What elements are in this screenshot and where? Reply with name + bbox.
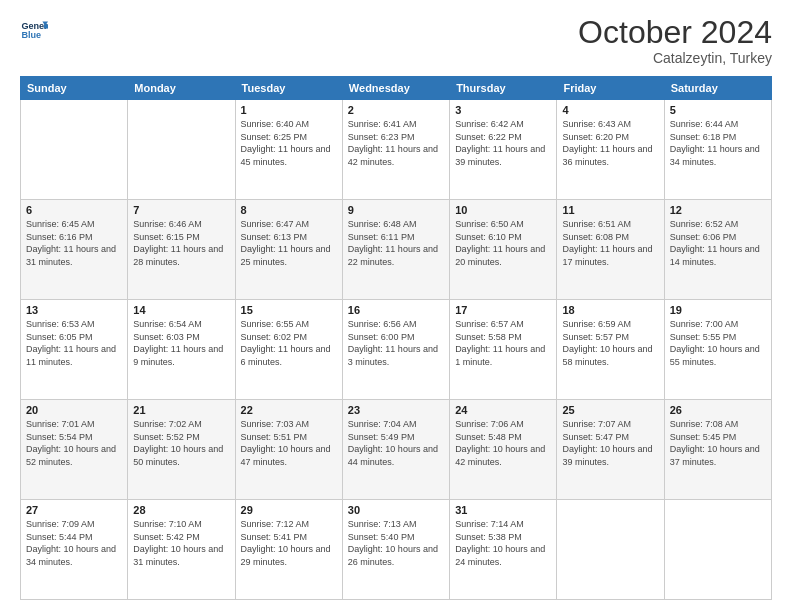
svg-marker-3 bbox=[44, 24, 48, 28]
day-info: Sunrise: 6:41 AM Sunset: 6:23 PM Dayligh… bbox=[348, 118, 444, 168]
weekday-header-row: SundayMondayTuesdayWednesdayThursdayFrid… bbox=[21, 77, 772, 100]
day-number: 28 bbox=[133, 504, 229, 516]
calendar-cell: 30Sunrise: 7:13 AM Sunset: 5:40 PM Dayli… bbox=[342, 500, 449, 600]
calendar-cell: 28Sunrise: 7:10 AM Sunset: 5:42 PM Dayli… bbox=[128, 500, 235, 600]
day-number: 30 bbox=[348, 504, 444, 516]
day-number: 2 bbox=[348, 104, 444, 116]
calendar-cell: 5Sunrise: 6:44 AM Sunset: 6:18 PM Daylig… bbox=[664, 100, 771, 200]
calendar-cell: 25Sunrise: 7:07 AM Sunset: 5:47 PM Dayli… bbox=[557, 400, 664, 500]
calendar-cell: 3Sunrise: 6:42 AM Sunset: 6:22 PM Daylig… bbox=[450, 100, 557, 200]
calendar-cell: 10Sunrise: 6:50 AM Sunset: 6:10 PM Dayli… bbox=[450, 200, 557, 300]
weekday-header-thursday: Thursday bbox=[450, 77, 557, 100]
day-number: 26 bbox=[670, 404, 766, 416]
day-number: 15 bbox=[241, 304, 337, 316]
day-info: Sunrise: 6:57 AM Sunset: 5:58 PM Dayligh… bbox=[455, 318, 551, 368]
day-number: 22 bbox=[241, 404, 337, 416]
day-info: Sunrise: 7:10 AM Sunset: 5:42 PM Dayligh… bbox=[133, 518, 229, 568]
calendar-cell: 23Sunrise: 7:04 AM Sunset: 5:49 PM Dayli… bbox=[342, 400, 449, 500]
page: General Blue October 2024 Catalzeytin, T… bbox=[0, 0, 792, 612]
day-info: Sunrise: 6:46 AM Sunset: 6:15 PM Dayligh… bbox=[133, 218, 229, 268]
day-number: 19 bbox=[670, 304, 766, 316]
calendar-cell: 19Sunrise: 7:00 AM Sunset: 5:55 PM Dayli… bbox=[664, 300, 771, 400]
title-block: October 2024 Catalzeytin, Turkey bbox=[578, 16, 772, 66]
day-info: Sunrise: 7:00 AM Sunset: 5:55 PM Dayligh… bbox=[670, 318, 766, 368]
day-info: Sunrise: 7:08 AM Sunset: 5:45 PM Dayligh… bbox=[670, 418, 766, 468]
calendar-cell: 11Sunrise: 6:51 AM Sunset: 6:08 PM Dayli… bbox=[557, 200, 664, 300]
calendar-cell: 17Sunrise: 6:57 AM Sunset: 5:58 PM Dayli… bbox=[450, 300, 557, 400]
day-info: Sunrise: 6:56 AM Sunset: 6:00 PM Dayligh… bbox=[348, 318, 444, 368]
calendar-cell: 1Sunrise: 6:40 AM Sunset: 6:25 PM Daylig… bbox=[235, 100, 342, 200]
day-info: Sunrise: 6:51 AM Sunset: 6:08 PM Dayligh… bbox=[562, 218, 658, 268]
calendar-cell: 7Sunrise: 6:46 AM Sunset: 6:15 PM Daylig… bbox=[128, 200, 235, 300]
day-number: 31 bbox=[455, 504, 551, 516]
header: General Blue October 2024 Catalzeytin, T… bbox=[20, 16, 772, 66]
day-info: Sunrise: 7:12 AM Sunset: 5:41 PM Dayligh… bbox=[241, 518, 337, 568]
calendar-cell: 22Sunrise: 7:03 AM Sunset: 5:51 PM Dayli… bbox=[235, 400, 342, 500]
day-number: 24 bbox=[455, 404, 551, 416]
day-number: 18 bbox=[562, 304, 658, 316]
calendar-cell: 21Sunrise: 7:02 AM Sunset: 5:52 PM Dayli… bbox=[128, 400, 235, 500]
weekday-header-saturday: Saturday bbox=[664, 77, 771, 100]
day-number: 27 bbox=[26, 504, 122, 516]
calendar-cell: 8Sunrise: 6:47 AM Sunset: 6:13 PM Daylig… bbox=[235, 200, 342, 300]
day-info: Sunrise: 6:45 AM Sunset: 6:16 PM Dayligh… bbox=[26, 218, 122, 268]
day-info: Sunrise: 7:07 AM Sunset: 5:47 PM Dayligh… bbox=[562, 418, 658, 468]
calendar-cell: 31Sunrise: 7:14 AM Sunset: 5:38 PM Dayli… bbox=[450, 500, 557, 600]
day-number: 13 bbox=[26, 304, 122, 316]
calendar-cell: 14Sunrise: 6:54 AM Sunset: 6:03 PM Dayli… bbox=[128, 300, 235, 400]
day-number: 11 bbox=[562, 204, 658, 216]
day-number: 16 bbox=[348, 304, 444, 316]
calendar-cell bbox=[664, 500, 771, 600]
day-number: 10 bbox=[455, 204, 551, 216]
location-subtitle: Catalzeytin, Turkey bbox=[578, 50, 772, 66]
day-info: Sunrise: 7:03 AM Sunset: 5:51 PM Dayligh… bbox=[241, 418, 337, 468]
day-number: 7 bbox=[133, 204, 229, 216]
day-number: 21 bbox=[133, 404, 229, 416]
calendar-cell: 2Sunrise: 6:41 AM Sunset: 6:23 PM Daylig… bbox=[342, 100, 449, 200]
day-number: 12 bbox=[670, 204, 766, 216]
day-number: 8 bbox=[241, 204, 337, 216]
day-number: 4 bbox=[562, 104, 658, 116]
day-info: Sunrise: 6:54 AM Sunset: 6:03 PM Dayligh… bbox=[133, 318, 229, 368]
day-info: Sunrise: 6:40 AM Sunset: 6:25 PM Dayligh… bbox=[241, 118, 337, 168]
day-info: Sunrise: 6:55 AM Sunset: 6:02 PM Dayligh… bbox=[241, 318, 337, 368]
calendar-cell bbox=[128, 100, 235, 200]
day-number: 6 bbox=[26, 204, 122, 216]
day-info: Sunrise: 6:42 AM Sunset: 6:22 PM Dayligh… bbox=[455, 118, 551, 168]
week-row-5: 27Sunrise: 7:09 AM Sunset: 5:44 PM Dayli… bbox=[21, 500, 772, 600]
logo: General Blue bbox=[20, 16, 48, 44]
day-info: Sunrise: 7:06 AM Sunset: 5:48 PM Dayligh… bbox=[455, 418, 551, 468]
week-row-3: 13Sunrise: 6:53 AM Sunset: 6:05 PM Dayli… bbox=[21, 300, 772, 400]
day-number: 14 bbox=[133, 304, 229, 316]
month-title: October 2024 bbox=[578, 16, 772, 48]
day-info: Sunrise: 7:14 AM Sunset: 5:38 PM Dayligh… bbox=[455, 518, 551, 568]
day-number: 3 bbox=[455, 104, 551, 116]
calendar-cell: 15Sunrise: 6:55 AM Sunset: 6:02 PM Dayli… bbox=[235, 300, 342, 400]
day-info: Sunrise: 6:47 AM Sunset: 6:13 PM Dayligh… bbox=[241, 218, 337, 268]
day-info: Sunrise: 6:59 AM Sunset: 5:57 PM Dayligh… bbox=[562, 318, 658, 368]
calendar-cell: 26Sunrise: 7:08 AM Sunset: 5:45 PM Dayli… bbox=[664, 400, 771, 500]
day-info: Sunrise: 6:44 AM Sunset: 6:18 PM Dayligh… bbox=[670, 118, 766, 168]
calendar-cell: 12Sunrise: 6:52 AM Sunset: 6:06 PM Dayli… bbox=[664, 200, 771, 300]
calendar-cell bbox=[557, 500, 664, 600]
day-number: 1 bbox=[241, 104, 337, 116]
week-row-1: 1Sunrise: 6:40 AM Sunset: 6:25 PM Daylig… bbox=[21, 100, 772, 200]
day-info: Sunrise: 6:48 AM Sunset: 6:11 PM Dayligh… bbox=[348, 218, 444, 268]
weekday-header-monday: Monday bbox=[128, 77, 235, 100]
day-number: 5 bbox=[670, 104, 766, 116]
week-row-4: 20Sunrise: 7:01 AM Sunset: 5:54 PM Dayli… bbox=[21, 400, 772, 500]
day-info: Sunrise: 7:13 AM Sunset: 5:40 PM Dayligh… bbox=[348, 518, 444, 568]
weekday-header-sunday: Sunday bbox=[21, 77, 128, 100]
day-info: Sunrise: 6:50 AM Sunset: 6:10 PM Dayligh… bbox=[455, 218, 551, 268]
week-row-2: 6Sunrise: 6:45 AM Sunset: 6:16 PM Daylig… bbox=[21, 200, 772, 300]
day-number: 17 bbox=[455, 304, 551, 316]
calendar-cell: 29Sunrise: 7:12 AM Sunset: 5:41 PM Dayli… bbox=[235, 500, 342, 600]
calendar-table: SundayMondayTuesdayWednesdayThursdayFrid… bbox=[20, 76, 772, 600]
calendar-cell: 4Sunrise: 6:43 AM Sunset: 6:20 PM Daylig… bbox=[557, 100, 664, 200]
calendar-cell: 24Sunrise: 7:06 AM Sunset: 5:48 PM Dayli… bbox=[450, 400, 557, 500]
day-info: Sunrise: 6:53 AM Sunset: 6:05 PM Dayligh… bbox=[26, 318, 122, 368]
svg-text:Blue: Blue bbox=[21, 30, 41, 40]
weekday-header-tuesday: Tuesday bbox=[235, 77, 342, 100]
day-number: 25 bbox=[562, 404, 658, 416]
calendar-cell: 6Sunrise: 6:45 AM Sunset: 6:16 PM Daylig… bbox=[21, 200, 128, 300]
